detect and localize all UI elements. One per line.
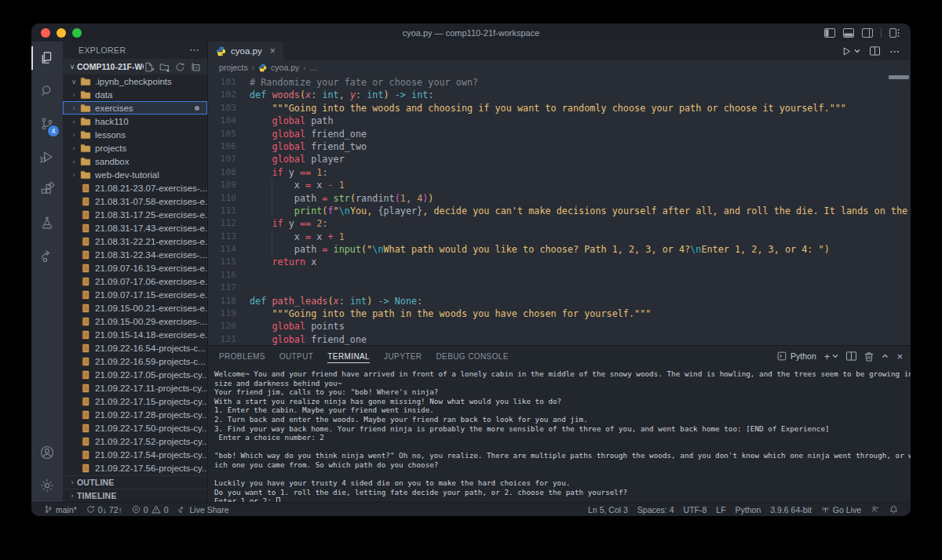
tree-item-file[interactable]: 21.08.31-17.43-exercises-e... bbox=[63, 221, 207, 235]
panel-tab-output[interactable]: OUTPUT bbox=[279, 346, 314, 366]
panel-tab-problems[interactable]: PROBLEMS bbox=[219, 346, 265, 366]
tree-item-file[interactable]: 21.09.22-17.56-projects-cy... bbox=[63, 461, 207, 475]
outline-section[interactable]: › OUTLINE bbox=[63, 475, 207, 489]
run-file-icon[interactable] bbox=[842, 46, 852, 56]
tree-item-file[interactable]: 21.09.15-14.18-exercises-e... bbox=[63, 328, 207, 341]
python-interpreter-item[interactable]: 3.9.6 64-bit bbox=[765, 505, 816, 515]
explorer-sidebar: EXPLORER ⋯ ∨ COMP110-21F-WO... ∨.ipynb_c… bbox=[63, 42, 208, 502]
explorer-icon[interactable] bbox=[31, 42, 63, 75]
workspace-section-header[interactable]: ∨ COMP110-21F-WO... bbox=[63, 59, 207, 75]
tree-item-file[interactable]: 21.09.22-16.54-projects-c... bbox=[63, 341, 207, 355]
code-line: 106 global friend_two bbox=[208, 140, 911, 153]
toggle-panel-icon[interactable] bbox=[843, 28, 854, 38]
tree-item-file[interactable]: 21.09.07-16.19-exercises-e... bbox=[63, 261, 207, 275]
collapse-all-icon[interactable] bbox=[191, 62, 201, 72]
panel-tab-debug-console[interactable]: DEBUG CONSOLE bbox=[436, 346, 508, 366]
source-control-icon[interactable]: 4 bbox=[31, 107, 63, 140]
tree-item-file[interactable]: 21.08.31-17.25-exercises-e... bbox=[63, 208, 207, 221]
tree-item-file[interactable]: 21.09.15-00.29-exercises-... bbox=[63, 315, 207, 328]
tab-close-icon[interactable]: × bbox=[270, 45, 276, 56]
kill-terminal-icon[interactable] bbox=[864, 351, 874, 362]
encoding-item[interactable]: UTF-8 bbox=[679, 505, 712, 515]
code-editor[interactable]: 101# Randomize your fate or choose your … bbox=[208, 75, 911, 345]
tree-item-data[interactable]: ›data bbox=[63, 88, 207, 101]
run-dropdown-chevron-icon[interactable] bbox=[854, 49, 860, 53]
tree-item-.ipynb_checkpoints[interactable]: ∨.ipynb_checkpoints bbox=[63, 75, 207, 88]
maximize-panel-icon[interactable] bbox=[882, 354, 889, 358]
new-terminal-icon[interactable]: + bbox=[824, 351, 831, 362]
timeline-label: TIMELINE bbox=[77, 491, 117, 500]
close-window-button[interactable] bbox=[41, 28, 50, 38]
live-share-item[interactable]: Live Share bbox=[173, 505, 233, 515]
git-branch-item[interactable]: main* bbox=[39, 505, 82, 515]
tree-item-file[interactable]: 21.09.22-17.50-projects-cy... bbox=[63, 421, 207, 435]
breadcrumb-file[interactable]: cyoa.py bbox=[271, 63, 299, 72]
file-name: 21.08.21-23.07-exercises-... bbox=[95, 184, 207, 193]
terminal-shell-picker[interactable]: Python bbox=[777, 351, 816, 361]
editor-more-actions-icon[interactable]: ⋯ bbox=[889, 45, 900, 57]
split-terminal-icon[interactable] bbox=[846, 351, 856, 361]
eol-item[interactable]: LF bbox=[711, 505, 730, 515]
tree-item-file[interactable]: 21.09.22-17.11-projects-cy... bbox=[63, 381, 207, 395]
file-name: 21.08.31-22.34-exercises-... bbox=[95, 250, 207, 260]
tree-item-file[interactable]: 21.08.31-22.21-exercises-e... bbox=[63, 235, 207, 248]
panel-tab-terminal[interactable]: TERMINAL bbox=[327, 346, 370, 366]
line-content: global friend_one bbox=[236, 128, 911, 140]
line-number: 103 bbox=[208, 102, 236, 115]
account-icon[interactable] bbox=[31, 436, 63, 469]
tree-item-file[interactable]: 21.09.07-17.15-exercises-e... bbox=[63, 288, 207, 301]
tree-item-projects[interactable]: ›projects bbox=[63, 141, 207, 155]
feedback-item[interactable] bbox=[866, 505, 885, 514]
refresh-icon[interactable] bbox=[175, 62, 185, 72]
tree-item-file[interactable]: 21.09.22-17.54-projects-cy... bbox=[63, 448, 207, 461]
toggle-sidebar-left-icon[interactable] bbox=[824, 28, 835, 38]
toggle-sidebar-right-icon[interactable] bbox=[862, 28, 873, 38]
tree-item-file[interactable]: 21.08.31-07.58-exercises-e... bbox=[63, 195, 207, 208]
breadcrumb-projects[interactable]: projects bbox=[219, 63, 248, 72]
extensions-icon[interactable] bbox=[31, 173, 63, 206]
tree-item-file[interactable]: 21.09.22-17.28-projects-cy... bbox=[63, 408, 207, 421]
testing-icon[interactable] bbox=[31, 206, 63, 239]
tree-item-hack110[interactable]: ›hack110 bbox=[63, 115, 207, 128]
minimize-window-button[interactable] bbox=[57, 28, 66, 38]
tree-item-web-dev-tutorial[interactable]: ›web-dev-tutorial bbox=[63, 168, 207, 181]
timeline-section[interactable]: › TIMELINE bbox=[63, 489, 207, 502]
tree-item-file[interactable]: 21.09.22-17.52-projects-cy... bbox=[63, 435, 207, 448]
cursor-position-item[interactable]: Ln 5, Col 3 bbox=[583, 505, 633, 515]
split-editor-icon[interactable] bbox=[870, 46, 880, 56]
new-file-icon[interactable] bbox=[144, 62, 154, 72]
terminal-output[interactable]: Welcome~ You and your friend have arrive… bbox=[208, 366, 911, 502]
line-number: 119 bbox=[208, 307, 236, 320]
close-panel-icon[interactable]: × bbox=[896, 351, 903, 362]
file-name: 21.09.22-16.54-projects-c... bbox=[95, 344, 207, 353]
go-live-item[interactable]: Go Live bbox=[816, 505, 866, 515]
modified-dot bbox=[195, 106, 199, 111]
tree-item-file[interactable]: 21.09.22-17.05-projects-cy... bbox=[63, 368, 207, 381]
panel-tab-jupyter[interactable]: JUPYTER bbox=[384, 346, 422, 366]
search-icon[interactable] bbox=[31, 75, 63, 107]
tree-item-file[interactable]: 21.09.22-16.59-projects-c... bbox=[63, 355, 207, 368]
language-mode-item[interactable]: Python bbox=[731, 505, 766, 515]
tree-item-exercises[interactable]: ›exercises bbox=[63, 101, 207, 115]
tree-item-file[interactable]: 21.09.22-17.15-projects-cy... bbox=[63, 395, 207, 408]
terminal-dropdown-chevron-icon[interactable] bbox=[832, 354, 838, 358]
explorer-more-actions-icon[interactable]: ⋯ bbox=[189, 46, 199, 54]
problems-item[interactable]: 0 0 bbox=[127, 505, 173, 515]
tree-item-file[interactable]: 21.08.31-22.34-exercises-... bbox=[63, 248, 207, 261]
zoom-window-button[interactable] bbox=[72, 28, 82, 38]
settings-gear-icon[interactable] bbox=[31, 469, 63, 502]
customize-layout-icon[interactable] bbox=[889, 28, 900, 38]
git-sync-item[interactable]: 0↓ 72↑ bbox=[82, 505, 127, 515]
tree-item-lessons[interactable]: ›lessons bbox=[63, 128, 207, 141]
tree-item-file[interactable]: 21.09.15-00.21-exercises-e... bbox=[63, 301, 207, 315]
live-share-icon[interactable] bbox=[31, 239, 63, 272]
tree-item-file[interactable]: 21.08.21-23.07-exercises-... bbox=[63, 181, 207, 195]
tab-cyoa-py[interactable]: cyoa.py × bbox=[208, 42, 283, 60]
new-folder-icon[interactable] bbox=[159, 62, 170, 72]
indentation-item[interactable]: Spaces: 4 bbox=[633, 505, 679, 515]
run-debug-icon[interactable] bbox=[31, 140, 63, 173]
tree-item-file[interactable]: 21.09.07-17.06-exercises-e... bbox=[63, 275, 207, 288]
notifications-item[interactable] bbox=[885, 505, 903, 515]
breadcrumb-symbol[interactable]: ... bbox=[310, 63, 317, 72]
tree-item-sandbox[interactable]: ›sandbox bbox=[63, 155, 207, 168]
